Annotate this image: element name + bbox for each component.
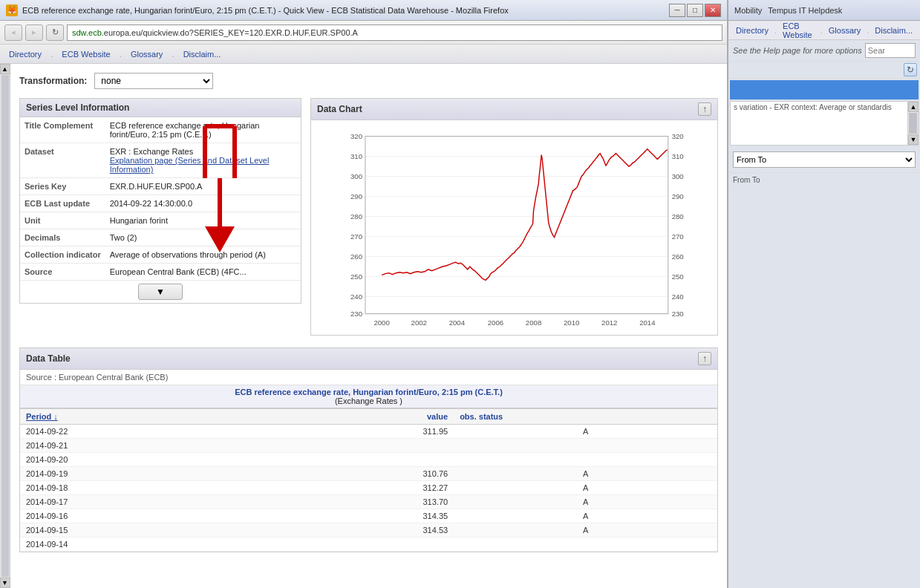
info-label-collection: Collection indicator bbox=[20, 246, 105, 264]
back-button[interactable]: ◂ bbox=[4, 24, 22, 41]
ext-dropdown-row: From To bbox=[728, 147, 920, 172]
svg-text:310: 310 bbox=[672, 152, 684, 160]
info-value-unit: Hungarian forint bbox=[105, 212, 301, 229]
bookmark-glossary[interactable]: Glossary bbox=[128, 48, 166, 60]
sidebar-dropdown[interactable]: From To bbox=[733, 151, 916, 168]
info-label-unit: Unit bbox=[20, 212, 105, 229]
explanation-page-link[interactable]: Explanation page (Series and Dataset Lev… bbox=[110, 156, 270, 174]
window-controls: ─ □ ✕ bbox=[669, 4, 721, 17]
table-row: 2014-09-17 313.70 A bbox=[20, 495, 717, 509]
scroll-thumb[interactable] bbox=[1, 75, 9, 577]
status-cell: A bbox=[454, 495, 717, 509]
scroll-up-btn[interactable]: ▲ bbox=[0, 64, 10, 74]
svg-text:250: 250 bbox=[350, 272, 362, 281]
expand-more-btn[interactable]: ▼ bbox=[138, 284, 183, 300]
close-button[interactable]: ✕ bbox=[705, 4, 721, 17]
main-scrollbar[interactable]: ▲ ▼ bbox=[0, 64, 10, 588]
forward-button[interactable]: ▸ bbox=[25, 24, 43, 41]
period-cell: 2014-09-18 bbox=[20, 481, 277, 495]
col-header-obs-status: obs. status bbox=[454, 409, 717, 425]
sidebar-helpdesk: Tempus IT Helpdesk bbox=[768, 6, 842, 15]
svg-text:300: 300 bbox=[672, 172, 684, 180]
data-table-refresh-icon[interactable]: ↑ bbox=[698, 352, 711, 365]
ext-bookmark-disclaim[interactable]: Disclaim... bbox=[872, 24, 916, 36]
svg-text:2004: 2004 bbox=[449, 318, 466, 327]
svg-text:320: 320 bbox=[672, 132, 684, 140]
address-bar[interactable]: sdw.ecb.europa.eu/quickview.do?SERIES_KE… bbox=[67, 24, 722, 41]
value-cell bbox=[277, 439, 454, 453]
bottom-note: From To bbox=[733, 176, 760, 184]
svg-text:240: 240 bbox=[672, 293, 684, 301]
table-header-row: Period ↓ value obs. status bbox=[20, 409, 717, 425]
chart-header: Data Chart ↑ bbox=[311, 99, 717, 120]
bookmark-ecb-website[interactable]: ECB Website bbox=[59, 48, 113, 60]
ext-bookmark-glossary[interactable]: Glossary bbox=[826, 24, 864, 36]
table-row: 2014-09-22 311.95 A bbox=[20, 425, 717, 439]
scrollbar-down-btn[interactable]: ▼ bbox=[908, 134, 919, 145]
col-header-value: value bbox=[277, 409, 454, 425]
svg-text:2008: 2008 bbox=[526, 318, 541, 327]
period-cell: 2014-09-14 bbox=[20, 538, 277, 552]
status-cell bbox=[454, 453, 717, 467]
sidebar-scrollbar[interactable]: ▲ ▼ bbox=[907, 102, 918, 145]
nav-bar: ◂ ▸ ↻ sdw.ecb.europa.eu/quickview.do?SER… bbox=[0, 21, 727, 45]
bookmarks-bar: Directory . ECB Website . Glossary . Dis… bbox=[0, 45, 727, 64]
info-label-dataset: Dataset bbox=[20, 143, 105, 178]
svg-text:260: 260 bbox=[672, 252, 684, 261]
status-cell: A bbox=[454, 425, 717, 439]
bookmark-disclaim[interactable]: Disclaim... bbox=[180, 48, 224, 60]
svg-text:230: 230 bbox=[672, 310, 684, 318]
data-table-body: 2014-09-22 311.95 A 2014-09-21 2014-09-2… bbox=[20, 425, 717, 552]
ext-sidebar: Mobility Tempus IT Helpdesk Directory . … bbox=[727, 0, 920, 588]
value-cell: 314.35 bbox=[277, 509, 454, 523]
svg-text:230: 230 bbox=[350, 310, 362, 318]
svg-text:2012: 2012 bbox=[601, 318, 617, 327]
browser-favicon: 🦊 bbox=[6, 4, 18, 16]
info-value-series-key: EXR.D.HUF.EUR.SP00.A bbox=[105, 178, 301, 195]
table-row: 2014-09-15 314.53 A bbox=[20, 523, 717, 538]
sidebar-refresh-icon[interactable]: ↻ bbox=[904, 63, 917, 76]
maximize-button[interactable]: □ bbox=[687, 4, 703, 17]
minimize-button[interactable]: ─ bbox=[669, 4, 685, 17]
info-value-collection: Average of observations through period (… bbox=[105, 246, 301, 264]
scrollbar-up-btn[interactable]: ▲ bbox=[908, 102, 919, 112]
info-row-unit: Unit Hungarian forint bbox=[20, 212, 301, 229]
svg-text:270: 270 bbox=[350, 232, 362, 241]
chart-refresh-icon[interactable]: ↑ bbox=[698, 102, 711, 116]
svg-rect-30 bbox=[365, 137, 668, 314]
col-header-sub: (Exchange Rates ) bbox=[335, 396, 402, 405]
svg-text:280: 280 bbox=[672, 212, 684, 220]
transformation-select[interactable]: none YOY YOY% Diff Diff% bbox=[94, 73, 213, 89]
svg-text:2000: 2000 bbox=[373, 318, 389, 327]
transformation-label: Transformation: bbox=[19, 76, 87, 86]
reload-button[interactable]: ↻ bbox=[46, 24, 64, 41]
ext-bookmark-directory[interactable]: Directory bbox=[733, 24, 771, 36]
info-row-dataset: Dataset EXR : Exchange Rates Explanation… bbox=[20, 143, 301, 178]
info-row-source: Source European Central Bank (ECB) (4FC.… bbox=[20, 264, 301, 281]
title-bar: 🦊 ECB reference exchange rate, Hungarian… bbox=[0, 0, 727, 21]
content-note-text: s variation - EXR context: Average or st… bbox=[734, 103, 892, 111]
svg-text:290: 290 bbox=[672, 192, 684, 200]
period-cell: 2014-09-17 bbox=[20, 495, 277, 509]
refresh-row: ↻ bbox=[728, 62, 920, 79]
scroll-down-btn[interactable]: ▼ bbox=[0, 578, 10, 588]
panel-footer: ▼ bbox=[20, 281, 301, 303]
sidebar-mobility: Mobility bbox=[734, 6, 762, 15]
svg-text:240: 240 bbox=[350, 293, 362, 301]
svg-text:300: 300 bbox=[350, 172, 362, 180]
data-grid: Period ↓ value obs. status 2014-09-22 31… bbox=[20, 408, 717, 552]
value-cell: 310.76 bbox=[277, 467, 454, 481]
ext-bookmark-ecb[interactable]: ECB Website bbox=[780, 20, 818, 41]
bookmark-directory[interactable]: Directory bbox=[6, 48, 45, 60]
status-cell: A bbox=[454, 467, 717, 481]
chart-svg: 320 310 300 290 280 270 260 250 240 230 bbox=[317, 126, 711, 327]
svg-text:2006: 2006 bbox=[488, 318, 503, 327]
info-label-source: Source bbox=[20, 264, 105, 281]
sidebar-search-input[interactable] bbox=[865, 43, 916, 58]
period-sort-link[interactable]: Period ↓ bbox=[26, 412, 58, 421]
value-cell: 312.27 bbox=[277, 481, 454, 495]
col-header-period[interactable]: Period ↓ bbox=[20, 409, 277, 425]
chart-area: 320 310 300 290 280 270 260 250 240 230 bbox=[311, 120, 717, 335]
search-help-note: See the Help page for more options bbox=[733, 46, 862, 55]
svg-text:320: 320 bbox=[350, 132, 362, 140]
